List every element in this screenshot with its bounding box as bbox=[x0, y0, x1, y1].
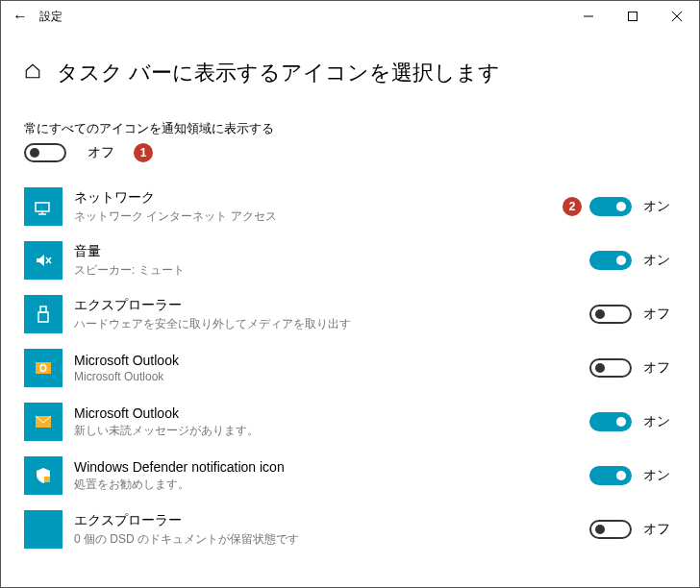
home-icon[interactable] bbox=[24, 62, 41, 84]
list-item: Microsoft Outlook新しい未読メッセージがあります。オン bbox=[24, 395, 676, 449]
outlook-icon bbox=[24, 349, 62, 387]
item-subtitle: 新しい未読メッセージがあります。 bbox=[74, 423, 580, 439]
annotation-badge-1: 1 bbox=[134, 143, 153, 162]
item-title: 音量 bbox=[74, 243, 580, 260]
network-icon bbox=[24, 187, 62, 226]
volume-mute-icon bbox=[24, 241, 62, 280]
master-toggle-row: オフ 1 bbox=[1, 143, 699, 172]
item-text: 音量スピーカー: ミュート bbox=[74, 243, 589, 279]
back-button[interactable]: ← bbox=[12, 8, 39, 25]
item-toggle[interactable] bbox=[589, 520, 632, 539]
blank-icon bbox=[24, 510, 62, 549]
master-toggle-label: 常にすべてのアイコンを通知領域に表示する bbox=[1, 97, 699, 143]
maximize-button[interactable] bbox=[611, 1, 655, 32]
item-text: エクスプローラー0 個の DSD のドキュメントが保留状態です bbox=[74, 512, 589, 548]
list-item: Windows Defender notification icon処置をお勧め… bbox=[24, 449, 676, 502]
item-title: Windows Defender notification icon bbox=[74, 459, 580, 475]
page-title: タスク バーに表示するアイコンを選択します bbox=[57, 59, 500, 87]
list-item: 音量スピーカー: ミュートオン bbox=[24, 233, 676, 287]
annotation-badge-2: 2 bbox=[562, 197, 582, 216]
item-title: Microsoft Outlook bbox=[74, 353, 580, 368]
item-toggle-state: オン bbox=[643, 413, 676, 430]
item-subtitle: 処置をお勧めします。 bbox=[74, 477, 580, 493]
item-text: エクスプローラーハードウェアを安全に取り外してメディアを取り出す bbox=[74, 297, 589, 332]
item-toggle-state: オフ bbox=[643, 306, 676, 323]
page-header: タスク バーに表示するアイコンを選択します bbox=[1, 32, 699, 97]
item-toggle[interactable] bbox=[589, 466, 632, 485]
item-subtitle: ネットワーク インターネット アクセス bbox=[74, 208, 553, 225]
item-toggle-state: オフ bbox=[643, 359, 676, 377]
item-title: Microsoft Outlook bbox=[74, 405, 580, 421]
item-subtitle: 0 個の DSD のドキュメントが保留状態です bbox=[74, 531, 580, 548]
item-toggle[interactable] bbox=[589, 251, 632, 270]
defender-icon bbox=[24, 456, 62, 495]
item-toggle[interactable] bbox=[589, 305, 632, 324]
usb-icon bbox=[24, 295, 62, 333]
item-subtitle: スピーカー: ミュート bbox=[74, 262, 580, 279]
list-item: エクスプローラー0 個の DSD のドキュメントが保留状態ですオフ bbox=[24, 502, 676, 556]
item-toggle-state: オン bbox=[643, 198, 676, 215]
item-toggle[interactable] bbox=[589, 358, 632, 378]
window-controls bbox=[566, 1, 699, 32]
item-text: Windows Defender notification icon処置をお勧め… bbox=[74, 459, 589, 493]
close-button[interactable] bbox=[655, 1, 699, 32]
item-text: ネットワークネットワーク インターネット アクセス bbox=[74, 189, 562, 225]
item-title: ネットワーク bbox=[74, 189, 553, 207]
item-text: Microsoft Outlook新しい未読メッセージがあります。 bbox=[74, 405, 589, 439]
svg-rect-1 bbox=[629, 12, 638, 21]
window-title: 設定 bbox=[39, 9, 62, 25]
item-title: エクスプローラー bbox=[74, 512, 580, 529]
master-toggle-state: オフ bbox=[88, 144, 120, 161]
item-toggle-state: オフ bbox=[643, 521, 676, 538]
item-subtitle: ハードウェアを安全に取り外してメディアを取り出す bbox=[74, 316, 580, 332]
item-toggle-state: オン bbox=[643, 252, 676, 269]
item-toggle[interactable] bbox=[589, 197, 632, 216]
item-toggle[interactable] bbox=[589, 412, 632, 431]
list-item: Microsoft OutlookMicrosoft Outlookオフ bbox=[24, 341, 676, 395]
item-title: エクスプローラー bbox=[74, 297, 580, 314]
list-item: エクスプローラーハードウェアを安全に取り外してメディアを取り出すオフ bbox=[24, 287, 676, 341]
item-text: Microsoft OutlookMicrosoft Outlook bbox=[74, 353, 589, 383]
icon-list: ネットワークネットワーク インターネット アクセス2オン音量スピーカー: ミュー… bbox=[1, 172, 699, 556]
master-toggle[interactable] bbox=[24, 143, 66, 162]
item-subtitle: Microsoft Outlook bbox=[74, 370, 580, 383]
list-item: ネットワークネットワーク インターネット アクセス2オン bbox=[24, 180, 676, 233]
titlebar: ← 設定 bbox=[1, 1, 699, 32]
mail-icon bbox=[24, 403, 62, 441]
minimize-button[interactable] bbox=[566, 1, 611, 32]
item-toggle-state: オン bbox=[643, 467, 676, 484]
